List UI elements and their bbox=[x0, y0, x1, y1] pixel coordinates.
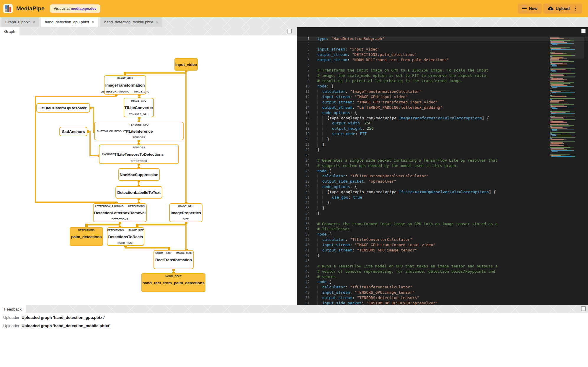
graph-node-hand_rect_from_palm_detections[interactable]: NORM_RECThand_rect_from_palm_detections bbox=[141, 273, 205, 292]
file-tab[interactable]: Graph_0.pbtxt× bbox=[1, 17, 39, 27]
graph-node-palm_detections[interactable]: DETECTIONSpalm_detections bbox=[70, 227, 103, 246]
code-line[interactable]: 21 } bbox=[297, 142, 588, 147]
graph-node-DetectionsToRects[interactable]: DETECTIONSIMAGE_SIZENORM_RECTDetectionsT… bbox=[107, 227, 144, 246]
graph-node-TfLiteCustomOpResolver[interactable]: TfLiteCustomOpResolver bbox=[36, 103, 90, 113]
code-line[interactable]: 14 output_stream: "LETTERBOX_PADDING:let… bbox=[297, 105, 588, 110]
line-number: 16 bbox=[297, 116, 314, 121]
code-text: # Transforms the input image on GPU to a… bbox=[317, 68, 488, 73]
code-line[interactable]: 22} bbox=[297, 147, 588, 152]
code-line[interactable]: 46# scores. bbox=[297, 274, 588, 280]
code-line[interactable]: 30 [type.googleapis.com/mediapipe.TfLite… bbox=[297, 189, 588, 195]
code-line[interactable]: 47node { bbox=[297, 279, 588, 285]
code-line[interactable]: 27 calculator: "TfLiteCustomOpResolverCa… bbox=[297, 173, 588, 179]
upload-button[interactable]: Upload ⋮ bbox=[543, 4, 582, 14]
code-line[interactable]: 31 use_gpu: true bbox=[297, 195, 588, 200]
code-line[interactable]: 10node: { bbox=[297, 84, 588, 89]
code-line[interactable]: 48 calculator: "TfLiteInferenceCalculato… bbox=[297, 285, 588, 290]
expand-graph-panel-icon[interactable] bbox=[287, 29, 292, 33]
code-line[interactable]: 5output_stream: "NORM_RECT:hand_rect_fro… bbox=[297, 57, 588, 63]
code-text: # resulting in potential letterboxing in… bbox=[317, 78, 463, 84]
code-line[interactable]: 51 input_side_packet: "CUSTOM_OP_RESOLVE… bbox=[297, 301, 588, 305]
code-line[interactable]: 40 input_stream: "IMAGE_GPU:transformed_… bbox=[297, 242, 588, 248]
code-line[interactable]: 36# Converts the transformed input image… bbox=[297, 221, 588, 227]
code-line[interactable]: 44# Runs a TensorFlow Lite model on GPU … bbox=[297, 264, 588, 269]
graph-node-NonMaxSuppression[interactable]: NonMaxSuppression bbox=[118, 168, 160, 181]
graph-node-DetectionLetterboxRemoval[interactable]: LETTERBOX_PADDINGDETECTIONSDETECTIONSDet… bbox=[93, 203, 147, 222]
code-line[interactable]: 15 node_options: { bbox=[297, 110, 588, 116]
code-line[interactable]: 39 calculator: "TfLiteConverterCalculato… bbox=[297, 237, 588, 242]
code-line[interactable]: 7# Transforms the input image on GPU to … bbox=[297, 68, 588, 73]
code-line[interactable]: 23 bbox=[297, 152, 588, 158]
close-tab-icon[interactable]: × bbox=[156, 20, 159, 24]
expand-feedback-panel-icon[interactable] bbox=[581, 306, 586, 311]
graph-node-TfLiteConverter[interactable]: IMAGE_GPUTENSORS_GPUTfLiteConverter bbox=[124, 98, 154, 117]
code-text: node: { bbox=[317, 84, 334, 89]
code-line[interactable]: 17 output_width: 256 bbox=[297, 121, 588, 126]
code-line[interactable]: 25# supports custom ops needed by the mo… bbox=[297, 163, 588, 168]
code-line[interactable]: 11 calculator: "ImageTransformationCalcu… bbox=[297, 89, 588, 94]
code-text: input_stream: "IMAGE_GPU:input_video" bbox=[317, 94, 408, 100]
code-line[interactable]: 42} bbox=[297, 253, 588, 258]
mediapipe-visualizer: MediaPipe Visit us at mediapipe.dev New … bbox=[0, 0, 588, 367]
code-line[interactable]: 18 output_height: 256 bbox=[297, 126, 588, 131]
code-line[interactable]: 26node { bbox=[297, 168, 588, 174]
kebab-menu-icon[interactable]: ⋮ bbox=[573, 6, 578, 11]
graph-node-ImageTransformation[interactable]: IMAGE_GPULETTERBOX_PADDINGIMAGE_GPUImage… bbox=[104, 75, 146, 95]
editor-scrollbar[interactable] bbox=[584, 35, 588, 305]
code-line[interactable]: 4output_stream: "DETECTIONS:palm_detecti… bbox=[297, 52, 588, 57]
tab-graph[interactable]: Graph bbox=[0, 27, 19, 35]
file-tab[interactable]: hand_detection_mobile.pbtxt× bbox=[100, 17, 162, 27]
code-line[interactable]: 29 node_options: { bbox=[297, 184, 588, 189]
port-label: DETECTIONS bbox=[107, 229, 124, 232]
mediapipe-logo-icon[interactable] bbox=[3, 4, 13, 13]
minimap[interactable] bbox=[550, 37, 584, 161]
close-tab-icon[interactable]: × bbox=[32, 20, 35, 24]
node-label: TfLiteTensorsToDetections bbox=[99, 152, 178, 157]
code-line[interactable]: 6 bbox=[297, 63, 588, 68]
code-line[interactable]: 16 [type.googleapis.com/mediapipe.ImageT… bbox=[297, 116, 588, 121]
graph-node-RectTransformation[interactable]: NORM_RECTIMAGE_SIZERectTransformation bbox=[153, 250, 194, 269]
code-line[interactable]: 35 bbox=[297, 216, 588, 221]
code-line[interactable]: 3input_stream: "input_video" bbox=[297, 47, 588, 52]
expand-editor-panel-icon[interactable] bbox=[581, 29, 586, 33]
code-line[interactable]: 50 output_stream: "TENSORS:detection_ten… bbox=[297, 295, 588, 301]
graph-node-ImageProperties[interactable]: IMAGE_GPUSIZEImageProperties bbox=[169, 203, 202, 222]
code-line[interactable]: 8# image, the scale_mode option is set t… bbox=[297, 73, 588, 78]
code-line[interactable]: 13 output_stream: "IMAGE_GPU:transformed… bbox=[297, 100, 588, 105]
code-line[interactable]: 37# TfLiteTensor. bbox=[297, 226, 588, 232]
feedback-source: Uploader bbox=[0, 324, 22, 328]
code-line[interactable]: 20 } bbox=[297, 137, 588, 142]
line-number: 28 bbox=[297, 179, 314, 184]
code-text: node_options: { bbox=[317, 184, 357, 189]
graph-canvas[interactable]: input_videoIMAGE_GPULETTERBOX_PADDINGIMA… bbox=[0, 35, 294, 305]
file-tab[interactable]: hand_detection_gpu.pbtxt× bbox=[41, 17, 98, 27]
code-line[interactable]: 43 bbox=[297, 258, 588, 264]
code-line[interactable]: 2 bbox=[297, 41, 588, 47]
line-number: 35 bbox=[297, 216, 314, 221]
code-line[interactable]: 49 input_stream: "TENSORS_GPU:image_tens… bbox=[297, 290, 588, 295]
graph-node-input_video[interactable]: input_video bbox=[174, 58, 198, 71]
code-line[interactable]: 45# vector of tensors representing, for … bbox=[297, 269, 588, 274]
code-line[interactable]: 24# Generates a single side packet conta… bbox=[297, 158, 588, 163]
code-line[interactable]: 32 } bbox=[297, 200, 588, 205]
graph-node-TfLiteTensorsToDetections[interactable]: TENSORSDETECTIONSANCHORSTfLiteTensorsToD… bbox=[99, 144, 179, 164]
graph-node-DetectionLabelIdToText[interactable]: DetectionLabelIdToText bbox=[115, 186, 162, 199]
code-line[interactable]: 33 } bbox=[297, 205, 588, 211]
code-line[interactable]: 1type: "HandDetectionSubgraph" bbox=[297, 36, 588, 41]
top-app-bar: MediaPipe Visit us at mediapipe.dev New … bbox=[0, 0, 588, 17]
code-line[interactable]: 19 scale_mode: FIT bbox=[297, 131, 588, 137]
line-number: 4 bbox=[297, 52, 314, 57]
close-tab-icon[interactable]: × bbox=[92, 20, 94, 24]
graph-node-TfLiteInference[interactable]: TENSORS_GPUTENSORSCUSTOM_OP_RESOLVERTfLi… bbox=[94, 122, 184, 140]
code-line[interactable]: 34} bbox=[297, 211, 588, 216]
code-line[interactable]: 12 input_stream: "IMAGE_GPU:input_video" bbox=[297, 94, 588, 100]
code-line[interactable]: 28 output_side_packet: "opresolver" bbox=[297, 179, 588, 184]
new-button[interactable]: New bbox=[518, 4, 542, 14]
code-editor[interactable]: 1type: "HandDetectionSubgraph"23input_st… bbox=[297, 35, 588, 305]
tab-feedback[interactable]: Feedback bbox=[0, 305, 26, 313]
mediapipe-dev-link[interactable]: mediapipe.dev bbox=[71, 7, 97, 11]
code-line[interactable]: 41 output_stream: "TENSORS_GPU:image_ten… bbox=[297, 248, 588, 253]
code-line[interactable]: 38node { bbox=[297, 232, 588, 237]
graph-node-SsdAnchors[interactable]: SsdAnchors bbox=[59, 127, 87, 136]
code-line[interactable]: 9# resulting in potential letterboxing i… bbox=[297, 78, 588, 84]
